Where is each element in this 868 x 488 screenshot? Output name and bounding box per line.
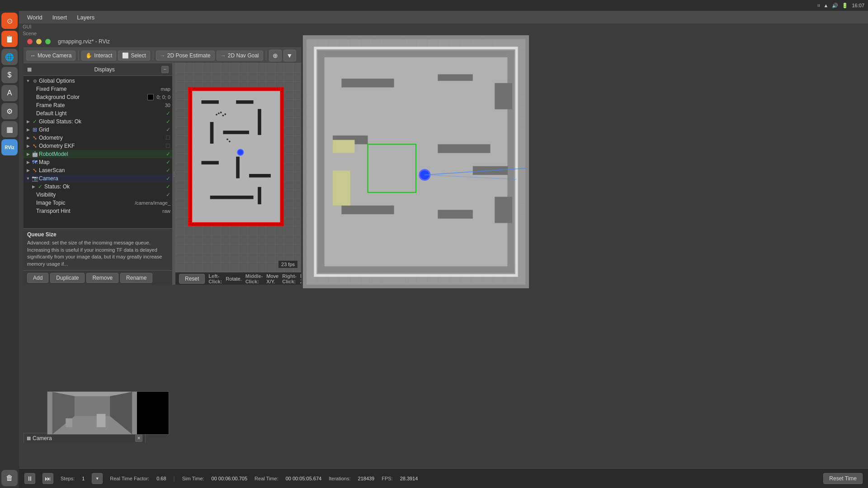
displays-title: Displays — [94, 66, 160, 73]
rm-arrow: ▶ — [25, 151, 31, 157]
pose-label: 2D Pose Estimate — [167, 52, 211, 59]
camera-feed-left[interactable] — [47, 392, 137, 434]
svg-rect-1 — [189, 87, 284, 91]
focus-icon: ⊕ — [273, 52, 278, 59]
rm-check[interactable]: ✓ — [166, 151, 170, 157]
large-3d-view[interactable] — [303, 35, 529, 288]
interact-btn[interactable]: ✋ Interact — [81, 51, 116, 61]
tl-sep-1: | — [174, 475, 175, 482]
svg-rect-14 — [258, 187, 261, 204]
tree-map[interactable]: ▶ 🗺 Map ✓ — [24, 158, 172, 166]
dl-check[interactable]: ✓ — [166, 110, 170, 117]
ls-icon: ⤡ — [32, 167, 38, 174]
svg-rect-48 — [495, 197, 512, 223]
cs-icon: ✓ — [37, 183, 43, 190]
dock-item-monitor[interactable]: ▦ — [1, 121, 18, 137]
window-maximize[interactable] — [45, 39, 51, 44]
tree-global-status[interactable]: ▶ ✓ Global Status: Ok ✓ — [24, 117, 172, 126]
add-button[interactable]: Add — [27, 273, 48, 283]
dock-item-browser[interactable]: 🌐 — [1, 49, 18, 65]
duplicate-button[interactable]: Duplicate — [50, 273, 85, 283]
ekf-check[interactable]: ☐ — [165, 143, 170, 149]
nav-goal-btn[interactable]: → 2D Nav Goal — [217, 51, 263, 61]
pose-estimate-btn[interactable]: → 2D Pose Estimate — [156, 51, 215, 61]
ctr-value[interactable]: raw — [162, 208, 170, 214]
displays-panel: ▦ Displays − ▼ ⚙ Global Options Fixed Fr… — [24, 63, 173, 285]
menu-insert[interactable]: Insert — [48, 13, 72, 22]
cam-icon: 📷 — [32, 175, 38, 182]
dropdown-btn[interactable]: ▼ — [283, 50, 296, 61]
window-close[interactable] — [27, 39, 33, 44]
pause-icon: ⏸ — [27, 475, 33, 482]
hint-bold-left: Left-Click: — [208, 273, 222, 284]
fps-badge: 23 fps — [278, 261, 297, 268]
svg-point-17 — [224, 113, 226, 115]
ekf-label: Odometry EKF — [39, 143, 165, 149]
reset-time-button[interactable]: Reset Time — [823, 473, 863, 484]
dock-item-viz[interactable]: RViz — [1, 139, 18, 155]
dock-item-text[interactable]: A — [1, 85, 18, 101]
files-icon: 📋 — [5, 35, 14, 43]
cs-arrow: ▶ — [31, 184, 36, 189]
tree-cam-status[interactable]: ▶ ✓ Status: Ok ✓ — [24, 183, 172, 191]
svg-rect-34 — [318, 51, 514, 57]
tree-camera[interactable]: ▼ 📷 Camera ✓ — [24, 174, 172, 183]
rename-button[interactable]: Rename — [120, 273, 152, 283]
dock-item-terminal[interactable]: $ — [1, 67, 18, 83]
move-camera-btn[interactable]: ↔ Move Camera — [26, 51, 75, 61]
svg-rect-0 — [189, 87, 284, 226]
tree-global-options[interactable]: ▼ ⚙ Global Options — [24, 77, 172, 85]
large-view-svg — [307, 39, 525, 285]
toolbar-sep-3 — [266, 51, 266, 61]
cam-check[interactable]: ✓ — [166, 175, 170, 182]
pause-button[interactable]: ⏸ — [24, 473, 35, 484]
gui-label[interactable]: GUI — [23, 23, 37, 30]
tree-grid[interactable]: ▶ ⊞ Grid ✓ — [24, 126, 172, 134]
tree-odometry[interactable]: ▶ ⤡ Odometry ☐ — [24, 134, 172, 142]
fr-value[interactable]: 30 — [165, 103, 170, 108]
map-check[interactable]: ✓ — [166, 159, 170, 165]
focus-btn[interactable]: ⊕ — [269, 50, 282, 61]
hint-rotate: Rotate. — [226, 276, 241, 282]
nav-label: 2D Nav Goal — [228, 52, 259, 59]
tree-odometry-ekf[interactable]: ▶ ⤡ Odometry EKF ☐ — [24, 142, 172, 150]
displays-collapse[interactable]: − — [161, 66, 169, 73]
grid-label: Grid — [39, 127, 166, 133]
svg-rect-49 — [333, 170, 350, 205]
map-view[interactable]: Reset Left-Click: Rotate. Middle-Click: … — [175, 63, 301, 285]
dock-item-trash[interactable]: 🗑 — [1, 470, 18, 486]
bgc-swatch[interactable] — [147, 94, 154, 100]
tooltip-box: Queue Size Advanced: set the size of the… — [24, 228, 172, 270]
grid-check[interactable]: ✓ — [166, 127, 170, 133]
select-btn[interactable]: ⬜ Select — [118, 51, 150, 61]
step-button[interactable]: ⏭ — [42, 473, 53, 484]
camera-feed-right[interactable] — [137, 392, 169, 434]
remove-button[interactable]: Remove — [86, 273, 118, 283]
svg-rect-28 — [97, 414, 106, 427]
gs-check[interactable]: ✓ — [166, 118, 170, 125]
fps-tl-value: 28.3914 — [400, 476, 418, 481]
dock-item-settings[interactable]: ⚙ — [1, 103, 18, 119]
steps-label: Steps: — [61, 476, 75, 481]
viewport-3d[interactable]: Reset Left-Click: Rotate. Middle-Click: … — [175, 63, 301, 285]
dock-item-files[interactable]: 📋 — [1, 31, 18, 47]
menu-world[interactable]: World — [23, 13, 47, 22]
reset-view-btn[interactable]: Reset — [179, 274, 205, 284]
tree-laserscan[interactable]: ▶ ⤡ LaserScan ✓ — [24, 166, 172, 174]
tree-robotmodel[interactable]: ▶ 🤖 RobotModel ✓ — [24, 150, 172, 158]
dock-item-home[interactable]: ⊙ — [1, 13, 18, 29]
odo-check[interactable]: ☐ — [165, 135, 170, 141]
ff-value[interactable]: map — [161, 86, 170, 92]
menu-layers[interactable]: Layers — [72, 13, 99, 22]
svg-rect-7 — [258, 109, 261, 135]
steps-dropdown[interactable]: ▼ — [92, 473, 103, 484]
dl-label: Default Light — [36, 110, 166, 117]
camera-panel-close[interactable]: ✕ — [135, 435, 142, 442]
cit-value[interactable]: /camera/image_ — [135, 200, 170, 206]
cs-check[interactable]: ✓ — [166, 183, 170, 190]
ls-check[interactable]: ✓ — [166, 167, 170, 174]
cv-check[interactable]: ✓ — [166, 192, 170, 198]
bgc-value[interactable]: 0; 0; 0 — [156, 94, 170, 100]
window-minimize[interactable] — [36, 39, 42, 44]
clock: 16:07 — [852, 3, 864, 8]
